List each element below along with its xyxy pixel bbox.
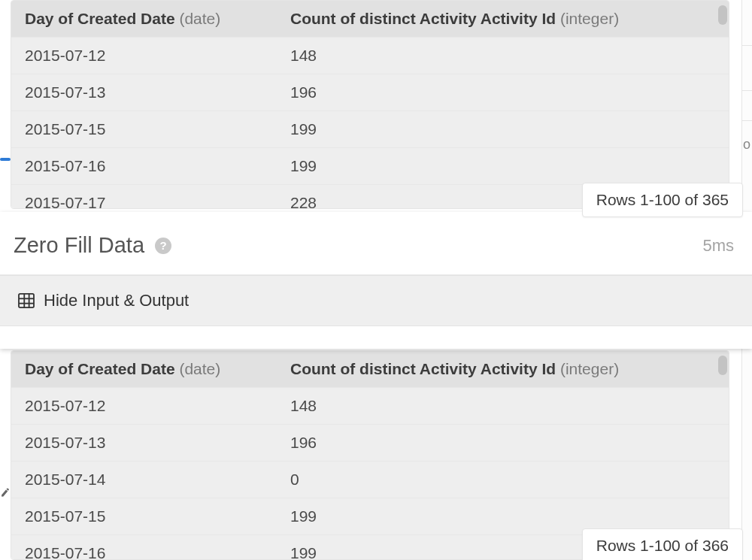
cell-date: 2015-07-15 xyxy=(11,111,277,148)
column-type: (integer) xyxy=(560,360,619,377)
column-type: (integer) xyxy=(560,10,619,27)
cell-count: 148 xyxy=(277,38,729,74)
cell-date: 2015-07-16 xyxy=(11,148,277,185)
cell-count: 199 xyxy=(277,148,729,185)
column-type: (date) xyxy=(179,10,220,27)
table-header-row: Day of Created Date (date) Count of dist… xyxy=(11,1,729,38)
table-row[interactable]: 2015-07-140 xyxy=(11,462,729,498)
section-header: Zero Fill Data ? 5ms xyxy=(0,212,752,275)
column-name: Day of Created Date xyxy=(25,360,175,377)
edit-icon[interactable] xyxy=(0,486,11,498)
cell-count: 0 xyxy=(277,462,729,498)
table-row[interactable]: 2015-07-12148 xyxy=(11,388,729,425)
section-title-wrap: Zero Fill Data ? xyxy=(14,233,171,258)
column-header-date[interactable]: Day of Created Date (date) xyxy=(11,351,277,388)
gutter-glyph: o xyxy=(743,137,750,153)
column-name: Count of distinct Activity Activity Id xyxy=(290,10,556,27)
scrollbar[interactable] xyxy=(717,1,729,208)
table-row[interactable]: 2015-07-16199 xyxy=(11,148,729,185)
cell-count: 148 xyxy=(277,388,729,425)
gutter-tick xyxy=(742,120,752,121)
cell-date: 2015-07-13 xyxy=(11,425,277,462)
top-table-container: Day of Created Date (date) Count of dist… xyxy=(11,0,729,209)
rows-count-badge-top: Rows 1-100 of 365 xyxy=(582,183,743,217)
cell-date: 2015-07-17 xyxy=(11,185,277,210)
execution-time: 5ms xyxy=(702,236,734,256)
table-icon xyxy=(18,293,35,308)
top-data-table: Day of Created Date (date) Count of dist… xyxy=(11,1,729,209)
table-row[interactable]: 2015-07-12148 xyxy=(11,38,729,74)
cell-date: 2015-07-14 xyxy=(11,462,277,498)
cell-date: 2015-07-16 xyxy=(11,535,277,561)
column-type: (date) xyxy=(179,360,220,377)
column-header-date[interactable]: Day of Created Date (date) xyxy=(11,1,277,38)
cell-count: 196 xyxy=(277,74,729,111)
column-header-count[interactable]: Count of distinct Activity Activity Id (… xyxy=(277,351,729,388)
selection-accent xyxy=(0,158,11,161)
cell-date: 2015-07-12 xyxy=(11,38,277,74)
gutter-tick xyxy=(742,45,752,46)
table-row[interactable]: 2015-07-13196 xyxy=(11,425,729,462)
table-row[interactable]: 2015-07-15199 xyxy=(11,111,729,148)
cell-count: 196 xyxy=(277,425,729,462)
cell-date: 2015-07-12 xyxy=(11,388,277,425)
column-name: Count of distinct Activity Activity Id xyxy=(290,360,556,377)
cell-date: 2015-07-13 xyxy=(11,74,277,111)
cell-count: 199 xyxy=(277,111,729,148)
section-title: Zero Fill Data xyxy=(14,233,144,258)
toggle-label: Hide Input & Output xyxy=(44,291,189,310)
scrollbar-thumb[interactable] xyxy=(718,5,727,25)
rows-count-badge-bottom: Rows 1-100 of 366 xyxy=(582,528,743,560)
scrollbar-thumb[interactable] xyxy=(718,356,727,375)
hide-io-toggle[interactable]: Hide Input & Output xyxy=(0,275,752,326)
help-icon[interactable]: ? xyxy=(155,238,171,254)
column-header-count[interactable]: Count of distinct Activity Activity Id (… xyxy=(277,1,729,38)
svg-rect-0 xyxy=(19,294,34,307)
table-header-row: Day of Created Date (date) Count of dist… xyxy=(11,351,729,388)
transform-section-panel: Zero Fill Data ? 5ms Hide Input & Output xyxy=(0,212,752,349)
column-name: Day of Created Date xyxy=(25,10,175,27)
table-row[interactable]: 2015-07-13196 xyxy=(11,74,729,111)
cell-date: 2015-07-15 xyxy=(11,498,277,535)
gutter-tick xyxy=(742,90,752,91)
